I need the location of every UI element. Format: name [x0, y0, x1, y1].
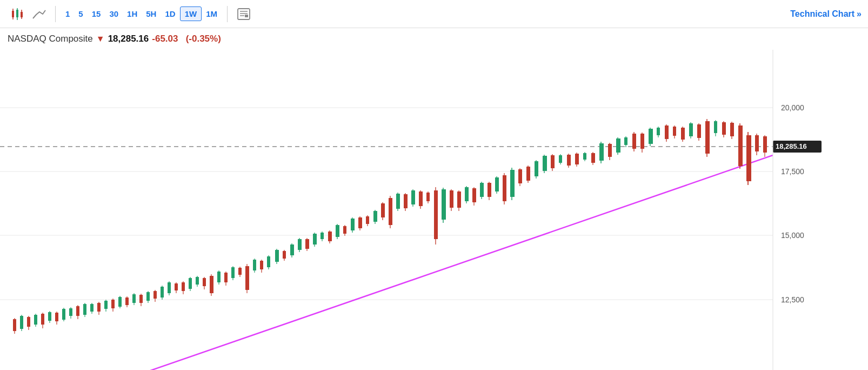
- svg-text:12,500: 12,500: [781, 295, 804, 304]
- interval-5hour[interactable]: 5H: [142, 7, 161, 21]
- interval-1hour[interactable]: 1H: [123, 7, 142, 21]
- svg-rect-174: [551, 155, 555, 168]
- svg-rect-124: [358, 217, 362, 228]
- svg-rect-114: [321, 233, 324, 239]
- svg-rect-226: [763, 136, 767, 153]
- svg-rect-196: [640, 134, 644, 149]
- svg-rect-134: [396, 194, 400, 209]
- svg-rect-82: [203, 278, 206, 286]
- svg-rect-104: [283, 251, 286, 259]
- svg-rect-178: [567, 155, 571, 166]
- index-price: 18,285.16: [108, 34, 149, 44]
- interval-30min[interactable]: 30: [105, 7, 123, 21]
- index-change-value: -65.03: [152, 34, 178, 44]
- svg-rect-44: [69, 308, 72, 316]
- svg-rect-122: [351, 219, 355, 230]
- svg-rect-34: [34, 315, 37, 325]
- direction-icon: ▼: [96, 34, 105, 44]
- svg-rect-72: [168, 282, 171, 293]
- svg-rect-132: [389, 198, 392, 225]
- svg-rect-62: [132, 294, 136, 303]
- index-change: -65.03 (-0.35%): [152, 34, 221, 44]
- svg-rect-198: [649, 129, 653, 144]
- svg-rect-120: [343, 226, 346, 234]
- divider-left: [55, 6, 56, 22]
- svg-rect-222: [746, 135, 751, 181]
- interval-1week[interactable]: 1W: [180, 6, 202, 21]
- news-icon[interactable]: [233, 4, 255, 24]
- interval-1month[interactable]: 1M: [202, 7, 222, 21]
- svg-rect-204: [673, 127, 676, 136]
- svg-rect-30: [20, 316, 23, 329]
- svg-rect-150: [457, 191, 461, 208]
- svg-rect-192: [624, 137, 627, 145]
- svg-rect-136: [404, 194, 408, 208]
- svg-rect-16: [773, 50, 868, 370]
- line-chart-icon[interactable]: [28, 4, 50, 24]
- interval-15min[interactable]: 15: [88, 7, 105, 21]
- svg-rect-86: [217, 272, 221, 282]
- svg-rect-38: [48, 312, 51, 321]
- svg-rect-13: [245, 15, 248, 17]
- svg-rect-9: [238, 9, 250, 19]
- svg-rect-100: [267, 256, 270, 267]
- svg-rect-84: [210, 276, 213, 293]
- technical-chart-link[interactable]: Technical Chart »: [790, 9, 862, 19]
- svg-rect-98: [260, 261, 263, 269]
- svg-rect-194: [632, 134, 636, 149]
- svg-rect-152: [465, 187, 469, 201]
- svg-rect-160: [495, 177, 499, 191]
- svg-rect-64: [139, 295, 143, 303]
- svg-rect-70: [161, 287, 164, 298]
- svg-rect-92: [238, 268, 242, 275]
- svg-rect-110: [305, 239, 309, 249]
- svg-rect-42: [62, 309, 65, 320]
- toolbar: 1 5 15 30 1H 5H 1D 1W 1M Technical Chart…: [0, 0, 868, 28]
- svg-rect-40: [55, 313, 58, 321]
- svg-rect-32: [27, 317, 30, 327]
- svg-rect-212: [705, 121, 710, 154]
- svg-rect-94: [245, 266, 249, 290]
- svg-rect-128: [373, 211, 377, 222]
- svg-rect-50: [90, 304, 94, 312]
- svg-rect-112: [313, 234, 317, 245]
- svg-rect-126: [366, 216, 369, 224]
- svg-rect-172: [543, 156, 547, 171]
- svg-rect-130: [381, 203, 385, 217]
- svg-rect-68: [153, 291, 157, 299]
- svg-rect-148: [450, 190, 453, 208]
- svg-rect-182: [583, 153, 586, 160]
- svg-rect-142: [426, 193, 430, 201]
- svg-rect-180: [575, 154, 579, 164]
- interval-1min[interactable]: 1: [61, 7, 74, 21]
- svg-rect-170: [535, 161, 538, 176]
- svg-rect-154: [472, 188, 476, 202]
- candlestick-chart-icon[interactable]: [6, 4, 28, 24]
- svg-rect-3: [16, 10, 18, 17]
- svg-rect-206: [681, 128, 685, 140]
- index-info-bar: NASDAQ Composite ▼ 18,285.16 -65.03 (-0.…: [0, 28, 868, 50]
- svg-rect-176: [559, 155, 562, 163]
- chart-area[interactable]: 20,000 17,500 15,000 12,500: [0, 50, 868, 370]
- svg-rect-106: [290, 245, 294, 255]
- svg-rect-168: [526, 167, 530, 181]
- svg-rect-220: [738, 125, 743, 166]
- svg-rect-76: [182, 282, 185, 291]
- svg-rect-6: [21, 12, 23, 17]
- technical-chart-label: Technical Chart: [790, 9, 854, 19]
- candlestick-chart: 20,000 17,500 15,000 12,500: [0, 50, 868, 370]
- svg-rect-54: [104, 301, 108, 309]
- svg-text:20,000: 20,000: [781, 103, 804, 112]
- interval-1day[interactable]: 1D: [161, 7, 179, 21]
- svg-rect-66: [146, 292, 150, 301]
- svg-rect-188: [608, 144, 612, 157]
- svg-rect-162: [503, 175, 506, 201]
- interval-5min[interactable]: 5: [74, 7, 87, 21]
- chevron-right-icon: »: [857, 9, 862, 19]
- svg-rect-0: [12, 11, 14, 17]
- svg-rect-60: [125, 298, 129, 305]
- svg-text:15,000: 15,000: [781, 231, 804, 240]
- svg-rect-224: [755, 135, 759, 151]
- svg-rect-190: [616, 138, 620, 153]
- svg-rect-48: [83, 304, 86, 315]
